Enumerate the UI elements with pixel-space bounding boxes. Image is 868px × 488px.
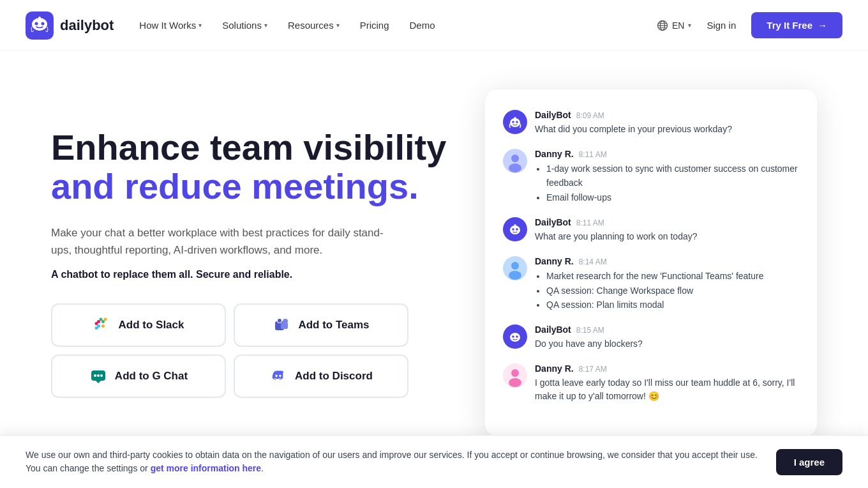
svg-point-44: [510, 333, 520, 342]
add-to-discord-button[interactable]: Add to Discord: [234, 355, 408, 398]
try-free-button[interactable]: Try It Free →: [751, 12, 842, 38]
chevron-down-icon: ▾: [688, 22, 691, 29]
message-body: DailyBot 8:09 AM What did you complete i…: [535, 110, 799, 136]
navbar: dailybot How It Works ▾ Solutions ▾ Reso…: [0, 0, 868, 51]
svg-point-48: [511, 369, 519, 377]
nav-resources[interactable]: Resources ▾: [288, 20, 340, 31]
message-body: Danny R. 8:11 AM 1-day work session to s…: [535, 149, 799, 204]
logo-text: dailybot: [60, 17, 114, 34]
hero-section: Enhance team visibility and reduce meeti…: [0, 51, 868, 475]
svg-rect-5: [40, 18, 40, 20]
logo[interactable]: dailybot: [26, 11, 114, 40]
chat-message: DailyBot 8:15 AM Do you have any blocker…: [503, 324, 799, 351]
add-to-gchat-button[interactable]: Add to G Chat: [51, 355, 226, 398]
nav-right: EN ▾ Sign in Try It Free →: [657, 12, 842, 38]
avatar: [503, 110, 527, 134]
user-avatar-icon: [503, 363, 527, 388]
message-body: Danny R. 8:14 AM Market research for the…: [535, 256, 799, 312]
chat-message: Danny R. 8:14 AM Market research for the…: [503, 256, 799, 312]
svg-rect-17: [99, 318, 102, 321]
arrow-right-icon: →: [818, 20, 827, 31]
message-body: DailyBot 8:15 AM Do you have any blocker…: [535, 324, 799, 351]
hero-left: Enhance team visibility and reduce meeti…: [51, 128, 446, 399]
chat-message: DailyBot 8:09 AM What did you complete i…: [503, 110, 799, 136]
svg-rect-18: [103, 318, 107, 321]
chat-message: Danny R. 8:17 AM I gotta leave early tod…: [503, 363, 799, 403]
svg-point-25: [94, 374, 96, 377]
avatar: [503, 217, 527, 241]
chevron-down-icon: ▾: [264, 22, 267, 29]
add-to-teams-button[interactable]: Add to Teams: [234, 303, 408, 347]
chat-panel: DailyBot 8:09 AM What did you complete i…: [485, 89, 817, 436]
nav-left: dailybot How It Works ▾ Solutions ▾ Reso…: [26, 11, 435, 40]
cookie-banner: We use our own and third-party cookies t…: [0, 435, 868, 475]
hero-title: Enhance team visibility and reduce meeti…: [51, 128, 446, 206]
nav-links: How It Works ▾ Solutions ▾ Resources ▾ P…: [139, 20, 435, 31]
chat-message: Danny R. 8:11 AM 1-day work session to s…: [503, 149, 799, 204]
svg-point-46: [516, 336, 518, 339]
chevron-down-icon: ▾: [336, 22, 340, 29]
svg-rect-21: [281, 323, 288, 329]
svg-point-30: [516, 121, 518, 123]
avatar: [503, 363, 527, 388]
bot-avatar-icon: [507, 114, 523, 130]
chat-message: DailyBot 8:11 AM What are you planning t…: [503, 217, 799, 243]
user-avatar-icon: [503, 149, 527, 173]
svg-point-3: [41, 22, 45, 25]
cookie-more-info-link[interactable]: get more information here: [151, 463, 261, 473]
message-body: DailyBot 8:11 AM What are you planning t…: [535, 217, 799, 243]
sign-in-button[interactable]: Sign in: [707, 20, 736, 31]
svg-point-42: [511, 262, 519, 270]
svg-rect-40: [515, 225, 516, 227]
nav-demo[interactable]: Demo: [410, 20, 435, 31]
gchat-icon: [89, 367, 107, 385]
svg-point-49: [509, 378, 521, 387]
svg-point-26: [97, 374, 100, 377]
add-to-slack-button[interactable]: Add to Slack: [51, 303, 226, 347]
svg-point-2: [35, 22, 38, 25]
svg-point-38: [516, 228, 518, 231]
svg-point-45: [512, 336, 514, 339]
svg-point-29: [512, 121, 514, 123]
teams-icon: [273, 316, 290, 334]
svg-rect-15: [94, 322, 98, 325]
svg-point-23: [278, 319, 281, 323]
cta-buttons: Add to Slack Add to Teams: [51, 303, 408, 398]
svg-rect-16: [94, 326, 98, 330]
user-avatar-icon: [503, 256, 527, 280]
avatar: [503, 324, 527, 349]
cookie-agree-button[interactable]: I agree: [776, 449, 842, 475]
svg-point-43: [509, 271, 521, 280]
nav-how-it-works[interactable]: How It Works ▾: [139, 20, 202, 31]
svg-point-37: [512, 228, 514, 231]
hero-tagline: A chatbot to replace them all. Secure an…: [51, 269, 446, 280]
hero-subtitle: Make your chat a better workplace with b…: [51, 224, 396, 259]
cookie-text: We use our own and third-party cookies t…: [26, 448, 761, 475]
svg-point-35: [509, 164, 521, 172]
svg-point-34: [511, 155, 519, 162]
globe-icon: [657, 20, 668, 31]
discord-icon: [269, 367, 287, 385]
svg-point-27: [100, 374, 103, 377]
nav-solutions[interactable]: Solutions ▾: [222, 20, 267, 31]
avatar: [503, 149, 527, 173]
logo-icon: [26, 11, 54, 40]
hero-right: DailyBot 8:09 AM What did you complete i…: [485, 89, 817, 436]
avatar: [503, 256, 527, 280]
chevron-down-icon: ▾: [198, 22, 202, 29]
message-body: Danny R. 8:17 AM I gotta leave early tod…: [535, 363, 799, 403]
svg-rect-32: [515, 118, 516, 120]
slack-icon: [93, 316, 111, 334]
language-selector[interactable]: EN ▾: [657, 20, 691, 31]
bot-avatar-icon: [507, 222, 523, 237]
nav-pricing[interactable]: Pricing: [360, 20, 389, 31]
svg-rect-14: [101, 324, 105, 328]
bot-avatar-icon: [507, 329, 523, 344]
